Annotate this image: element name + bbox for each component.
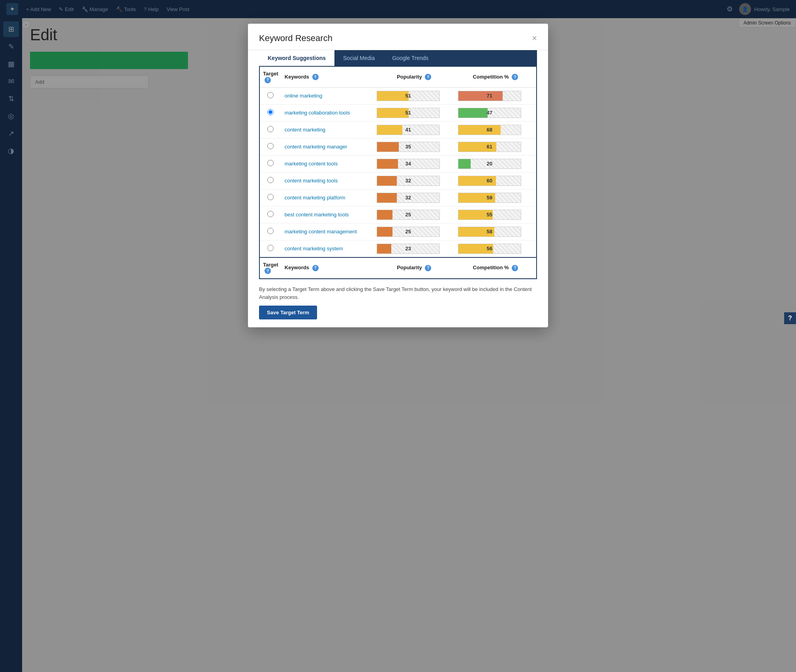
radio-cell-3 [260, 138, 282, 155]
competition-bar-1-value: 47 [458, 110, 521, 116]
radio-input-1[interactable] [267, 109, 274, 115]
table-row: marketing content tools 34 20 [260, 155, 536, 172]
radio-cell-4 [260, 155, 282, 172]
competition-cell-4: 20 [455, 155, 536, 172]
popularity-cell-2: 41 [374, 121, 455, 138]
competition-bar-1: 47 [458, 108, 521, 118]
competition-bar-6: 59 [458, 193, 521, 203]
competition-bar-9-value: 56 [458, 246, 521, 252]
competition-bar-4-value: 20 [458, 161, 521, 167]
keyword-link-0[interactable]: online marketing [285, 93, 322, 99]
tfoot-competition: Competition % ? [455, 257, 536, 278]
competition-bar-8-value: 58 [458, 229, 521, 235]
keyword-cell-1: marketing collaboration tools [282, 104, 374, 121]
radio-cell-0 [260, 87, 282, 104]
competition-info-icon[interactable]: ? [512, 74, 518, 80]
keyword-table: Target ? Keywords ? Popularity ? [260, 67, 536, 278]
competition-cell-1: 47 [455, 104, 536, 121]
radio-input-5[interactable] [267, 177, 274, 183]
popularity-bar-1: 51 [377, 108, 440, 118]
keyword-link-9[interactable]: content marketing system [285, 246, 343, 252]
popularity-bar-3-value: 35 [377, 144, 439, 150]
popularity-bar-5-value: 32 [377, 178, 439, 184]
keyword-cell-5: content marketing tools [282, 172, 374, 189]
competition-cell-7: 55 [455, 206, 536, 223]
save-target-term-button[interactable]: Save Target Term [259, 306, 317, 319]
popularity-bar-3: 35 [377, 142, 440, 152]
help-question-icon[interactable]: ? [784, 312, 796, 324]
keyword-cell-2: content marketing [282, 121, 374, 138]
keyword-table-wrapper: Target ? Keywords ? Popularity ? [259, 66, 537, 279]
keywords-info-icon[interactable]: ? [312, 74, 319, 80]
radio-cell-7 [260, 206, 282, 223]
radio-cell-9 [260, 240, 282, 257]
tfoot-popularity: Popularity ? [374, 257, 455, 278]
radio-input-6[interactable] [267, 194, 274, 200]
table-row: marketing content management 25 58 [260, 223, 536, 240]
popularity-bar-7-value: 25 [377, 212, 439, 218]
table-row: content marketing system 23 56 [260, 240, 536, 257]
keyword-link-5[interactable]: content marketing tools [285, 178, 338, 184]
radio-cell-6 [260, 189, 282, 206]
tfoot-competition-info-icon[interactable]: ? [512, 265, 518, 271]
radio-input-7[interactable] [267, 211, 274, 217]
keyword-link-6[interactable]: content marketing platform [285, 195, 345, 201]
tab-keyword-suggestions[interactable]: Keyword Suggestions [259, 50, 334, 66]
popularity-cell-5: 32 [374, 172, 455, 189]
tab-social-media[interactable]: Social Media [334, 50, 383, 66]
competition-bar-9: 56 [458, 244, 521, 254]
keyword-cell-8: marketing content management [282, 223, 374, 240]
popularity-bar-9-value: 23 [377, 246, 439, 252]
popularity-bar-2-value: 41 [377, 127, 439, 133]
modal-overlay: Keyword Research × Keyword Suggestions S… [0, 0, 796, 672]
tfoot-target: Target ? [260, 257, 282, 278]
keyword-link-7[interactable]: best content marketing tools [285, 212, 349, 218]
table-header-row: Target ? Keywords ? Popularity ? [260, 67, 536, 87]
competition-bar-0: 71 [458, 91, 521, 101]
radio-cell-1 [260, 104, 282, 121]
competition-bar-8: 58 [458, 227, 521, 237]
keyword-link-4[interactable]: marketing content tools [285, 161, 338, 167]
keyword-link-2[interactable]: content marketing [285, 127, 325, 133]
radio-input-9[interactable] [267, 245, 274, 251]
popularity-bar-0-value: 51 [377, 93, 439, 99]
popularity-cell-3: 35 [374, 138, 455, 155]
tfoot-target-info-icon[interactable]: ? [265, 268, 271, 274]
th-target: Target ? [260, 67, 282, 87]
popularity-bar-8-value: 25 [377, 229, 439, 235]
modal-body: Target ? Keywords ? Popularity ? [248, 66, 548, 279]
radio-input-2[interactable] [267, 126, 274, 132]
popularity-info-icon[interactable]: ? [425, 74, 431, 80]
keyword-cell-9: content marketing system [282, 240, 374, 257]
competition-bar-2-value: 68 [458, 127, 521, 133]
competition-bar-4: 20 [458, 159, 521, 169]
radio-input-8[interactable] [267, 228, 274, 234]
th-keywords: Keywords ? [282, 67, 374, 87]
keyword-cell-6: content marketing platform [282, 189, 374, 206]
keyword-cell-7: best content marketing tools [282, 206, 374, 223]
modal-close-button[interactable]: × [532, 34, 537, 43]
table-row: online marketing 51 71 [260, 87, 536, 104]
tab-google-trends[interactable]: Google Trends [383, 50, 437, 66]
th-competition: Competition % ? [455, 67, 536, 87]
radio-input-0[interactable] [267, 92, 274, 98]
radio-input-4[interactable] [267, 160, 274, 166]
popularity-bar-5: 32 [377, 176, 440, 186]
competition-bar-3: 61 [458, 142, 521, 152]
competition-bar-0-value: 71 [458, 93, 521, 99]
popularity-cell-0: 51 [374, 87, 455, 104]
tfoot-keywords: Keywords ? [282, 257, 374, 278]
keyword-link-3[interactable]: content marketing manager [285, 144, 347, 150]
keyword-table-body: online marketing 51 71 marketing collabo… [260, 87, 536, 257]
competition-cell-8: 58 [455, 223, 536, 240]
radio-cell-2 [260, 121, 282, 138]
tfoot-popularity-info-icon[interactable]: ? [425, 265, 431, 271]
radio-input-3[interactable] [267, 143, 274, 149]
table-row: best content marketing tools 25 55 [260, 206, 536, 223]
popularity-bar-0: 51 [377, 91, 440, 101]
keyword-link-1[interactable]: marketing collaboration tools [285, 110, 350, 116]
modal-footer: By selecting a Target Term above and cli… [248, 279, 548, 327]
keyword-link-8[interactable]: marketing content management [285, 229, 357, 235]
target-info-icon[interactable]: ? [265, 77, 271, 83]
tfoot-keywords-info-icon[interactable]: ? [312, 265, 319, 271]
